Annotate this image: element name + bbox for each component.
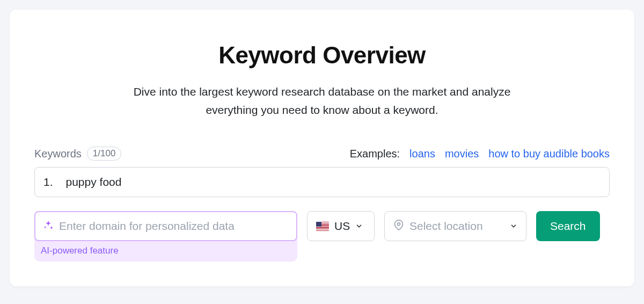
ai-domain-input[interactable] [59,220,289,233]
ai-domain-field[interactable] [34,211,297,241]
search-button[interactable]: Search [536,211,600,241]
example-link-loans[interactable]: loans [409,148,435,160]
keywords-label-group: Keywords 1/100 [34,147,121,161]
examples-group: Examples: loans movies how to buy audibl… [350,148,610,160]
ai-domain-wrapper: AI-powered feature [34,211,297,262]
country-select[interactable]: US [307,211,375,241]
controls-row: AI-powered feature US Select location Se… [34,211,610,262]
page-subtitle: Dive into the largest keyword research d… [123,83,521,119]
example-link-movies[interactable]: movies [445,148,479,160]
keyword-form: Keywords 1/100 Examples: loans movies ho… [34,147,610,262]
location-select[interactable]: Select location [384,211,526,241]
keyword-input-row[interactable]: 1. [34,167,610,197]
chevron-down-icon [510,220,517,233]
page-title: Keyword Overview [34,42,610,69]
sparkle-icon [43,220,54,233]
chevron-down-icon [355,220,363,233]
keywords-label: Keywords [34,148,82,160]
keyword-input[interactable] [66,176,601,189]
keyword-row-number: 1. [43,176,53,189]
example-link-audible[interactable]: how to buy audible books [488,148,610,160]
ai-caption: AI-powered feature [34,241,297,262]
location-pin-icon [393,220,404,233]
country-code: US [334,220,350,233]
flag-us-icon [316,222,329,231]
keyword-overview-card: Keyword Overview Dive into the largest k… [10,10,634,286]
examples-label: Examples: [350,148,400,160]
labels-row: Keywords 1/100 Examples: loans movies ho… [34,147,610,161]
svg-point-0 [398,223,400,226]
keywords-count-badge: 1/100 [87,147,122,161]
location-placeholder: Select location [409,220,483,233]
